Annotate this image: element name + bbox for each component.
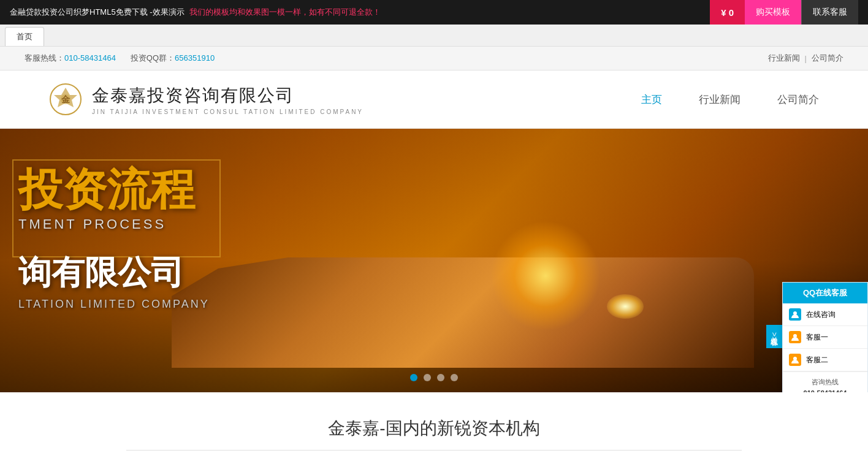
logo-area: 金 金泰嘉投资咨询有限公司 JIN TAIJIA INVESTMENT CONS… — [49, 83, 364, 116]
news-link[interactable]: 行业新闻 — [768, 53, 800, 64]
nav-about[interactable]: 公司简介 — [777, 93, 819, 107]
qq-panel-header: QQ在线客服 — [783, 283, 867, 303]
hotline-info-number: 010-58431464 — [804, 389, 847, 392]
hotline-number[interactable]: 010-58431464 — [64, 53, 116, 63]
online-consult-label: 在线咨询 — [806, 310, 836, 320]
bottom-section: 金泰嘉-国内的新锐资本机构 — [0, 392, 868, 464]
qq-label: 投资QQ群：656351910 — [131, 53, 215, 64]
hero-title-cn: 投资流程 — [18, 165, 210, 214]
logo-english: JIN TAIJIA INVESTMENT CONSUL TATION LIMI… — [92, 108, 364, 115]
promo-text: 我们的模板均和效果图一模一样，如有不同可退全款！ — [189, 7, 381, 18]
hero-section: 投资流程 TMENT PROCESS 询有限公司 LTATION LIMITED… — [0, 129, 868, 392]
hero-dots — [410, 374, 458, 381]
qq-service2[interactable]: 客服二 — [783, 349, 867, 371]
announcement-text: 金融贷款投资公司织梦HTML5免费下载 -效果演示 — [10, 7, 185, 18]
qq-panel: QQ在线客服 在线咨询 客服一 客服二 咨询热线 010-58431464 工作 — [782, 282, 868, 392]
headlight — [607, 294, 644, 319]
service2-avatar — [789, 354, 801, 366]
side-tab[interactable]: 在线客服>> — [766, 325, 782, 348]
logo-text: 金泰嘉投资咨询有限公司 JIN TAIJIA INVESTMENT CONSUL… — [92, 84, 364, 115]
hotline-label: 客服热线：010-58431464 — [25, 53, 116, 64]
buy-template-button[interactable]: 购买模板 — [745, 0, 801, 25]
tab-bar: 首页 — [0, 25, 868, 47]
service2-label: 客服二 — [806, 355, 828, 365]
dot-2[interactable] — [424, 374, 431, 381]
main-nav: 主页 行业新闻 公司简介 — [641, 93, 819, 107]
top-announcement-bar: 金融贷款投资公司织梦HTML5免费下载 -效果演示 我们的模板均和效果图一模一样… — [0, 0, 868, 25]
hotline-info-label: 咨询热线 — [789, 377, 861, 388]
qq-online-consult[interactable]: 在线咨询 — [783, 303, 867, 326]
hero-text: 投资流程 TMENT PROCESS 询有限公司 LTATION LIMITED… — [0, 165, 228, 311]
site-header: 金 金泰嘉投资咨询有限公司 JIN TAIJIA INVESTMENT CONS… — [0, 70, 868, 129]
hero-title-en: TMENT PROCESS — [18, 216, 210, 232]
train-visual — [172, 208, 754, 368]
qq-service1[interactable]: 客服一 — [783, 326, 867, 349]
info-bar: 客服热线：010-58431464 投资QQ群：656351910 行业新闻 |… — [0, 47, 868, 70]
contact-button[interactable]: 联系客服 — [801, 0, 858, 25]
separator: | — [805, 54, 807, 63]
bottom-title: 金泰嘉-国内的新锐资本机构 — [49, 417, 819, 440]
dot-3[interactable] — [437, 374, 444, 381]
nav-news[interactable]: 行业新闻 — [699, 93, 740, 107]
tab-home[interactable]: 首页 — [5, 27, 44, 46]
hero-subtitle-en: LTATION LIMITED COMPANY — [18, 298, 210, 311]
announcement-left: 金融贷款投资公司织梦HTML5免费下载 -效果演示 我们的模板均和效果图一模一样… — [10, 7, 381, 18]
info-bar-right: 行业新闻 | 公司简介 — [768, 53, 843, 64]
service1-label: 客服一 — [806, 332, 828, 343]
about-link[interactable]: 公司简介 — [812, 53, 843, 64]
logo-chinese: 金泰嘉投资咨询有限公司 — [92, 84, 364, 107]
train-body — [172, 257, 754, 368]
price-display: ¥ 0 — [710, 0, 745, 25]
info-bar-left: 客服热线：010-58431464 投资QQ群：656351910 — [25, 53, 215, 64]
dot-1[interactable] — [410, 374, 417, 381]
consult-avatar — [789, 308, 801, 321]
train-glow — [490, 221, 601, 331]
hero-subtitle-cn: 询有限公司 — [18, 251, 210, 295]
nav-home[interactable]: 主页 — [641, 93, 662, 107]
qq-number[interactable]: 656351910 — [175, 53, 215, 63]
bottom-divider — [126, 450, 742, 451]
qq-hotline-info: 咨询热线 010-58431464 — [783, 372, 867, 392]
top-bar-actions: ¥ 0 购买模板 联系客服 — [710, 0, 858, 25]
logo-icon: 金 — [49, 83, 82, 116]
svg-text:金: 金 — [61, 94, 70, 104]
service1-avatar — [789, 331, 801, 343]
dot-4[interactable] — [451, 374, 458, 381]
